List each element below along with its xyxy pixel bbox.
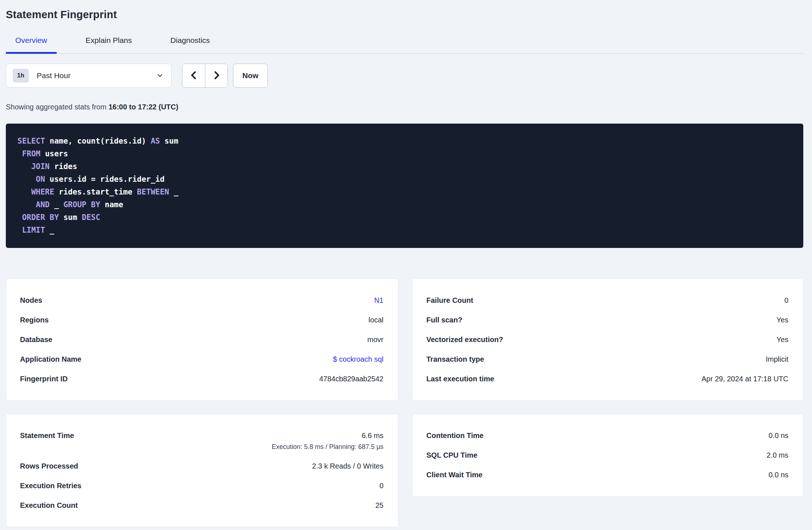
card-timing-right: Contention Time0.0 nsSQL CPU Time2.0 msC… <box>412 414 803 497</box>
interval-badge: 1h <box>13 69 29 83</box>
stat-value: Yes <box>776 315 788 325</box>
stat-row-sql-cpu-time: SQL CPU Time2.0 ms <box>426 450 788 460</box>
stat-row-execution-count: Execution Count25 <box>20 501 383 510</box>
timing-cards-row: Statement Time6.6 msExecution: 5.8 ms / … <box>6 414 803 527</box>
stat-row-database: Databasemovr <box>20 335 383 344</box>
now-button[interactable]: Now <box>233 64 268 88</box>
stat-row-rows-processed: Rows Processed2.3 k Reads / 0 Writes <box>20 461 383 471</box>
aggregation-summary-prefix: Showing aggregated stats from <box>6 103 106 111</box>
tab-explain-plans[interactable]: Explain Plans <box>76 36 141 54</box>
stat-row-last-execution-time: Last execution timeApr 29, 2024 at 17:18… <box>426 374 788 384</box>
sql-line: AND _ GROUP BY name <box>17 198 792 211</box>
stat-row-client-wait-time: Client Wait Time0.0 ns <box>426 470 788 479</box>
sql-line: ORDER BY sum DESC <box>17 211 792 224</box>
stat-value-link[interactable]: N1 <box>374 296 383 305</box>
stat-value: Implicit <box>766 354 788 364</box>
card-overview-right: Failure Count0Full scan?YesVectorized ex… <box>412 278 803 401</box>
sql-keyword: BETWEEN <box>137 188 169 196</box>
stat-value: 0.0 ns <box>769 431 788 440</box>
sql-line: ON users.id = rides.rider_id <box>17 173 792 186</box>
stat-value: movr <box>367 335 383 344</box>
sql-keyword: JOIN <box>31 162 50 171</box>
stat-label: Statement Time <box>20 431 74 440</box>
stat-label: Transaction type <box>426 354 484 364</box>
sql-line: FROM users <box>17 148 792 160</box>
stat-label: Last execution time <box>426 374 494 384</box>
stat-row-vectorized-execution: Vectorized execution?Yes <box>426 335 788 344</box>
sql-text <box>17 149 22 158</box>
sql-text: users <box>40 149 68 158</box>
stat-row-regions: Regionslocal <box>20 315 383 325</box>
prev-interval-button[interactable] <box>182 64 205 87</box>
stat-subvalue: Execution: 5.8 ms / Planning: 687.5 µs <box>272 442 383 451</box>
stat-label: Database <box>20 335 52 344</box>
stat-value: 25 <box>375 501 383 510</box>
time-toolbar: 1h Past Hour Now <box>6 64 803 88</box>
tab-diagnostics[interactable]: Diagnostics <box>161 36 220 54</box>
stat-label: Client Wait Time <box>426 470 482 479</box>
sql-text: _ <box>169 188 178 196</box>
chevron-right-icon <box>212 70 221 82</box>
stat-value: Apr 29, 2024 at 17:18 UTC <box>702 374 788 384</box>
stat-label: Execution Count <box>20 501 78 510</box>
stat-label: Full scan? <box>426 315 462 325</box>
chevron-left-icon <box>189 70 198 82</box>
sql-line: JOIN rides <box>17 160 792 173</box>
stat-row-execution-retries: Execution Retries0 <box>20 481 383 490</box>
sql-statement: SELECT name, count(rides.id) AS sum FROM… <box>17 135 792 237</box>
stat-label: Rows Processed <box>20 461 78 471</box>
stat-label: Execution Retries <box>20 481 81 490</box>
sql-text <box>17 213 22 222</box>
stat-row-contention-time: Contention Time0.0 ns <box>426 431 788 440</box>
tab-bar: OverviewExplain PlansDiagnostics <box>6 36 803 54</box>
stat-value: 0.0 ns <box>769 470 788 479</box>
sql-keyword: ON <box>36 175 45 184</box>
stat-label: Contention Time <box>426 431 483 440</box>
sql-line: SELECT name, count(rides.id) AS sum <box>17 135 792 148</box>
sql-text: name, count(rides.id) <box>45 137 151 145</box>
stat-value: 0 <box>379 481 383 490</box>
sql-text <box>17 200 36 209</box>
stat-row-fingerprint-id: Fingerprint ID4784cb829aab2542 <box>20 374 383 384</box>
stat-value-link[interactable]: $ cockroach sql <box>333 354 383 364</box>
sql-keyword: ORDER BY <box>22 213 59 222</box>
sql-text: sum <box>59 213 82 222</box>
sql-text: _ <box>45 226 54 234</box>
card-overview-left: NodesN1RegionslocalDatabasemovrApplicati… <box>6 278 398 401</box>
sql-text <box>17 226 22 234</box>
time-interval-select[interactable]: 1h Past Hour <box>6 64 172 88</box>
sql-text <box>17 188 31 196</box>
tab-overview[interactable]: Overview <box>6 36 57 54</box>
stat-label: Nodes <box>20 296 42 305</box>
sql-line: LIMIT _ <box>17 224 792 237</box>
sql-keyword: FROM <box>22 149 41 158</box>
stat-value: 0 <box>784 296 788 305</box>
stat-value: Yes <box>776 335 788 344</box>
stat-row-nodes: NodesN1 <box>20 296 383 305</box>
stat-row-statement-time: Statement Time6.6 msExecution: 5.8 ms / … <box>20 431 383 451</box>
stat-label: Failure Count <box>426 296 473 305</box>
stat-label: Vectorized execution? <box>426 335 503 344</box>
next-interval-button[interactable] <box>205 64 228 87</box>
sql-text <box>17 162 31 171</box>
stat-label: SQL CPU Time <box>426 450 477 460</box>
stat-row-failure-count: Failure Count0 <box>426 296 788 305</box>
stat-row-transaction-type: Transaction typeImplicit <box>426 354 788 364</box>
aggregation-summary: Showing aggregated stats from 16:00 to 1… <box>6 103 803 111</box>
sql-keyword: GROUP BY <box>63 200 100 209</box>
sql-keyword: WHERE <box>31 188 54 196</box>
stat-value: 4784cb829aab2542 <box>319 374 383 384</box>
sql-text: name <box>100 200 123 209</box>
overview-cards-row: NodesN1RegionslocalDatabasemovrApplicati… <box>6 278 803 401</box>
chevron-down-icon <box>157 72 163 79</box>
sql-text: users.id = rides.rider_id <box>45 175 165 184</box>
sql-keyword: DESC <box>82 213 100 222</box>
sql-keyword: LIMIT <box>22 226 45 234</box>
card-timing-left: Statement Time6.6 msExecution: 5.8 ms / … <box>6 414 398 527</box>
stat-value-stack: 6.6 msExecution: 5.8 ms / Planning: 687.… <box>272 431 383 451</box>
sql-keyword: AS <box>151 137 160 145</box>
sql-text <box>17 175 36 184</box>
stat-value: 2.0 ms <box>767 450 788 460</box>
stat-label: Application Name <box>20 354 81 364</box>
aggregation-summary-range: 16:00 to 17:22 (UTC) <box>108 103 178 111</box>
